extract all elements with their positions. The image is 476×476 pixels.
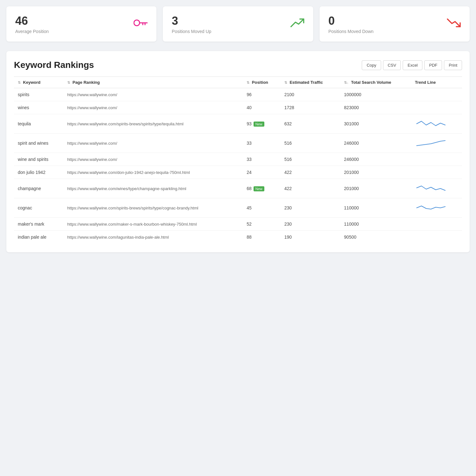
cell-position: 24 bbox=[243, 166, 281, 179]
table-row: cognachttps://www.wallywine.com/spirits-… bbox=[14, 198, 462, 218]
col-header-trend-line: Trend Line bbox=[411, 77, 462, 88]
cell-estimated-traffic: 516 bbox=[281, 134, 340, 153]
table-row: wineshttps://www.wallywine.com/401728823… bbox=[14, 101, 462, 114]
stat-label-down: Positions Moved Down bbox=[328, 29, 374, 34]
stat-card-positions-down: 0 Positions Moved Down bbox=[320, 6, 470, 42]
cell-position: 52 bbox=[243, 218, 281, 231]
panel-header: Keyword Rankings Copy CSV Excel PDF Prin… bbox=[14, 60, 462, 70]
cell-page-ranking: https://www.wallywine.com/spirits-brews/… bbox=[63, 198, 243, 218]
cell-keyword: spirit and wines bbox=[14, 134, 63, 153]
cell-position: 40 bbox=[243, 101, 281, 114]
cell-total-search-volume: 110000 bbox=[340, 198, 411, 218]
cell-estimated-traffic: 422 bbox=[281, 166, 340, 179]
cell-position: 93New bbox=[243, 114, 281, 134]
cell-trend-line bbox=[411, 88, 462, 101]
cell-trend-line bbox=[411, 134, 462, 153]
excel-button[interactable]: Excel bbox=[403, 60, 422, 70]
page-title: Keyword Rankings bbox=[14, 60, 94, 70]
cell-page-ranking: https://www.wallywine.com/ bbox=[63, 101, 243, 114]
arrow-down-icon bbox=[447, 17, 461, 31]
sort-icon-page: ⇅ bbox=[67, 81, 70, 85]
table-row: spirit and wineshttps://www.wallywine.co… bbox=[14, 134, 462, 153]
cell-keyword: cognac bbox=[14, 198, 63, 218]
cell-trend-line bbox=[411, 166, 462, 179]
table-row: tequilahttps://www.wallywine.com/spirits… bbox=[14, 114, 462, 134]
col-header-estimated-traffic[interactable]: ⇅ Estimated Traffic bbox=[281, 77, 340, 88]
cell-keyword: indian pale ale bbox=[14, 231, 63, 244]
table-row: maker's markhttps://www.wallywine.com/ma… bbox=[14, 218, 462, 231]
col-header-total-search-volume[interactable]: ⇅↓ Total Search Volume bbox=[340, 77, 411, 88]
cell-estimated-traffic: 516 bbox=[281, 153, 340, 166]
pdf-button[interactable]: PDF bbox=[424, 60, 442, 70]
stat-label-up: Positions Moved Up bbox=[172, 29, 211, 34]
stat-number-down: 0 bbox=[328, 14, 374, 28]
cell-total-search-volume: 246000 bbox=[340, 134, 411, 153]
cell-total-search-volume: 823000 bbox=[340, 101, 411, 114]
table-header-row: ⇅ Keyword ⇅ Page Ranking ⇅ Position ⇅ Es… bbox=[14, 77, 462, 88]
cell-total-search-volume: 301000 bbox=[340, 114, 411, 134]
csv-button[interactable]: CSV bbox=[383, 60, 401, 70]
stat-text-down: 0 Positions Moved Down bbox=[328, 14, 374, 34]
cell-total-search-volume: 246000 bbox=[340, 153, 411, 166]
cell-estimated-traffic: 1728 bbox=[281, 101, 340, 114]
copy-button[interactable]: Copy bbox=[362, 60, 381, 70]
cell-estimated-traffic: 422 bbox=[281, 179, 340, 198]
cell-trend-line bbox=[411, 179, 462, 198]
print-button[interactable]: Print bbox=[444, 60, 462, 70]
table-row: don julio 1942https://www.wallywine.com/… bbox=[14, 166, 462, 179]
key-icon bbox=[134, 18, 148, 30]
cell-total-search-volume: 1000000 bbox=[340, 88, 411, 101]
cell-position: 88 bbox=[243, 231, 281, 244]
sort-icon-traffic: ⇅ bbox=[284, 81, 287, 85]
stat-card-positions-up: 3 Positions Moved Up bbox=[163, 6, 313, 42]
col-header-keyword[interactable]: ⇅ Keyword bbox=[14, 77, 63, 88]
table-row: wine and spiritshttps://www.wallywine.co… bbox=[14, 153, 462, 166]
col-header-position[interactable]: ⇅ Position bbox=[243, 77, 281, 88]
trend-line-svg bbox=[415, 137, 447, 149]
col-header-page-ranking[interactable]: ⇅ Page Ranking bbox=[63, 77, 243, 88]
table-row: spiritshttps://www.wallywine.com/9621001… bbox=[14, 88, 462, 101]
cell-position: 33 bbox=[243, 134, 281, 153]
trend-line-svg bbox=[415, 118, 447, 129]
cell-keyword: don julio 1942 bbox=[14, 166, 63, 179]
cell-trend-line bbox=[411, 101, 462, 114]
rankings-table: ⇅ Keyword ⇅ Page Ranking ⇅ Position ⇅ Es… bbox=[14, 76, 462, 243]
cell-estimated-traffic: 2100 bbox=[281, 88, 340, 101]
cell-total-search-volume: 201000 bbox=[340, 166, 411, 179]
cell-total-search-volume: 110000 bbox=[340, 218, 411, 231]
arrow-up-icon bbox=[290, 17, 304, 31]
cell-trend-line bbox=[411, 153, 462, 166]
cell-page-ranking: https://www.wallywine.com/maker-s-mark-b… bbox=[63, 218, 243, 231]
cell-keyword: spirits bbox=[14, 88, 63, 101]
cell-position: 68New bbox=[243, 179, 281, 198]
cell-estimated-traffic: 632 bbox=[281, 114, 340, 134]
cell-keyword: tequila bbox=[14, 114, 63, 134]
stat-number-up: 3 bbox=[172, 14, 211, 28]
cell-position: 96 bbox=[243, 88, 281, 101]
sort-icon-keyword: ⇅ bbox=[18, 81, 21, 85]
new-badge: New bbox=[254, 122, 264, 127]
cell-trend-line bbox=[411, 231, 462, 244]
stats-row: 46 Average Position 3 Positions Moved Up bbox=[6, 6, 470, 42]
sort-icon-volume: ⇅↓ bbox=[344, 81, 349, 85]
cell-position: 45 bbox=[243, 198, 281, 218]
cell-page-ranking: https://www.wallywine.com/ bbox=[63, 153, 243, 166]
table-row: champagnehttps://www.wallywine.com/wines… bbox=[14, 179, 462, 198]
cell-trend-line bbox=[411, 218, 462, 231]
stat-text-avg: 46 Average Position bbox=[15, 14, 49, 34]
cell-total-search-volume: 90500 bbox=[340, 231, 411, 244]
trend-line-svg bbox=[415, 183, 447, 194]
cell-estimated-traffic: 230 bbox=[281, 198, 340, 218]
svg-point-0 bbox=[134, 20, 140, 26]
cell-keyword: champagne bbox=[14, 179, 63, 198]
cell-total-search-volume: 201000 bbox=[340, 179, 411, 198]
sort-icon-position: ⇅ bbox=[247, 81, 249, 85]
cell-position: 33 bbox=[243, 153, 281, 166]
cell-page-ranking: https://www.wallywine.com/ bbox=[63, 88, 243, 101]
cell-page-ranking: https://www.wallywine.com/wines/type/cha… bbox=[63, 179, 243, 198]
cell-trend-line bbox=[411, 198, 462, 218]
table-row: indian pale alehttps://www.wallywine.com… bbox=[14, 231, 462, 244]
stat-number-avg: 46 bbox=[15, 14, 49, 28]
cell-keyword: wine and spirits bbox=[14, 153, 63, 166]
cell-page-ranking: https://www.wallywine.com/ bbox=[63, 134, 243, 153]
